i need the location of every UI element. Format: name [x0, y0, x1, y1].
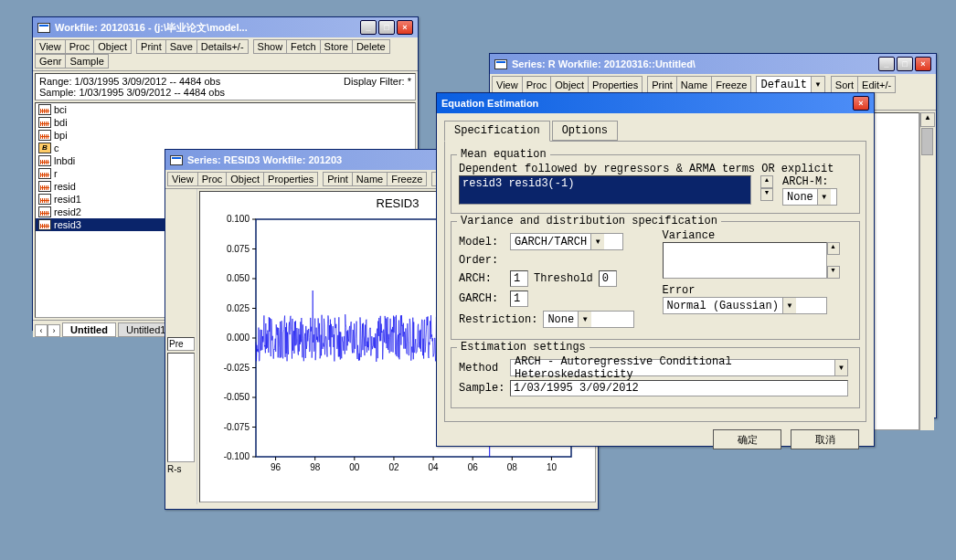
series-icon [38, 155, 51, 166]
tb-view[interactable]: View [167, 172, 198, 186]
tab-options[interactable]: Options [552, 121, 618, 141]
svg-text:08: 08 [507, 462, 518, 472]
tb-proc[interactable]: Proc [197, 172, 228, 186]
tb-name[interactable]: Name [352, 172, 388, 186]
series-icon [38, 194, 51, 205]
tb-fetch[interactable]: Fetch [286, 39, 321, 54]
tab-untitled[interactable]: Untitled [62, 322, 116, 337]
scroll-thumb[interactable] [921, 128, 933, 155]
tb-view[interactable]: View [492, 76, 523, 93]
variance-label: Variance [663, 229, 853, 242]
scroll-up-icon[interactable]: ▲ [827, 242, 840, 255]
tb-object[interactable]: Object [93, 39, 132, 54]
tb-sort[interactable]: Sort [831, 76, 858, 93]
close-button[interactable]: × [397, 20, 413, 35]
chevron-down-icon[interactable]: ▼ [578, 312, 591, 327]
chevron-down-icon[interactable]: ▼ [817, 189, 831, 205]
object-name: resid [54, 181, 76, 192]
workfile-titlebar[interactable]: Workfile: 20120316 - (j:\毕业论文\model... _… [33, 17, 418, 37]
scroll-up-icon[interactable]: ▲ [760, 175, 773, 188]
tb-print[interactable]: Print [323, 172, 353, 186]
tb-genr[interactable]: Genr [35, 54, 66, 69]
chevron-down-icon[interactable]: ▼ [811, 77, 824, 92]
error-label: Error [663, 284, 853, 297]
tab-prev[interactable]: ‹ [35, 324, 48, 337]
tb-freeze[interactable]: Freeze [387, 172, 427, 186]
tb-properties[interactable]: Properties [588, 76, 643, 93]
mean-legend: Mean equation [457, 148, 550, 161]
vertical-scrollbar[interactable]: ▲ [919, 112, 934, 430]
svg-text:02: 02 [388, 462, 399, 472]
tb-print[interactable]: Print [136, 39, 166, 54]
svg-text:0.050: 0.050 [227, 273, 250, 283]
model-select[interactable]: GARCH/TARCH▼ [510, 233, 623, 250]
minimize-button[interactable]: _ [878, 57, 895, 71]
svg-text:06: 06 [468, 462, 479, 472]
maximize-button[interactable]: □ [897, 57, 913, 71]
tb-properties[interactable]: Properties [263, 172, 318, 186]
object-name: bpi [54, 130, 68, 141]
garch-input[interactable] [510, 291, 528, 307]
est-legend: Estimation settings [457, 341, 590, 354]
ok-button[interactable]: 确定 [713, 429, 781, 449]
series-icon [38, 206, 51, 217]
close-button[interactable]: × [915, 57, 931, 71]
tb-default-combo[interactable]: Default▼ [756, 76, 824, 93]
variance-input[interactable] [663, 242, 827, 279]
tb-save[interactable]: Save [165, 39, 197, 54]
list-item-bpi[interactable]: bpi [36, 129, 415, 142]
scroll-down-icon[interactable]: ▼ [760, 188, 773, 201]
object-name: resid2 [54, 206, 81, 217]
list-item-bci[interactable]: bci [36, 103, 415, 116]
minimize-button[interactable]: _ [360, 20, 377, 35]
chevron-down-icon[interactable]: ▼ [782, 298, 796, 313]
tb-delete[interactable]: Delete [352, 39, 390, 54]
tb-name[interactable]: Name [676, 76, 712, 93]
object-name: bdi [54, 117, 68, 128]
object-name: r [54, 168, 58, 179]
tab-specification[interactable]: Specification [444, 121, 550, 142]
tab-next[interactable]: › [48, 324, 60, 337]
archm-select[interactable]: None▼ [782, 188, 837, 206]
method-select[interactable]: ARCH - Autoregressive Conditional Hetero… [510, 359, 848, 376]
list-item-bdi[interactable]: bdi [36, 116, 415, 129]
r-titlebar[interactable]: Series: R Workfile: 20120316::Untitled\ … [490, 54, 936, 74]
estimation-settings-group: Estimation settings MethodARCH - Autoreg… [451, 347, 860, 408]
mean-equation-input[interactable]: resid3 resid3(-1) [459, 175, 751, 205]
svg-text:0.000: 0.000 [227, 333, 250, 343]
svg-text:-0.100: -0.100 [224, 451, 250, 461]
scroll-down-icon[interactable]: ▼ [827, 266, 840, 279]
tb-proc[interactable]: Proc [65, 39, 95, 54]
chevron-down-icon[interactable]: ▼ [834, 360, 847, 375]
model-label: Model: [459, 236, 505, 248]
tb-sample[interactable]: Sample [65, 54, 108, 69]
scroll-up-icon[interactable]: ▲ [920, 112, 935, 127]
arch-input[interactable] [510, 270, 528, 287]
series-icon [38, 219, 51, 230]
method-label: Method [459, 362, 505, 375]
sample-label: Sample: [459, 382, 505, 395]
tb-object[interactable]: Object [550, 76, 589, 93]
eq-titlebar[interactable]: Equation Estimation × [437, 93, 874, 113]
tb-proc[interactable]: Proc [522, 76, 552, 93]
sample-input[interactable] [510, 380, 848, 396]
close-button[interactable]: × [853, 96, 869, 111]
restriction-select[interactable]: None▼ [543, 311, 634, 328]
maximize-button[interactable]: □ [378, 20, 395, 35]
cancel-button[interactable]: 取消 [791, 429, 859, 449]
tb-edit[interactable]: Edit+/- [857, 76, 896, 93]
tb-view[interactable]: View [35, 39, 66, 54]
resid3-title: Series: RESID3 Workfile: 201203 [187, 154, 342, 165]
svg-text:-0.050: -0.050 [224, 392, 250, 402]
tb-object[interactable]: Object [226, 172, 264, 186]
threshold-input[interactable] [599, 270, 617, 287]
chevron-down-icon[interactable]: ▼ [590, 234, 604, 249]
tb-store[interactable]: Store [320, 39, 353, 54]
tb-freeze[interactable]: Freeze [711, 76, 751, 93]
tb-details[interactable]: Details+/- [197, 39, 249, 54]
svg-text:0.100: 0.100 [227, 215, 250, 224]
error-select[interactable]: Normal (Gaussian)▼ [663, 297, 827, 314]
tb-show[interactable]: Show [253, 39, 288, 54]
tb-print[interactable]: Print [647, 76, 677, 93]
series-icon [38, 117, 51, 128]
